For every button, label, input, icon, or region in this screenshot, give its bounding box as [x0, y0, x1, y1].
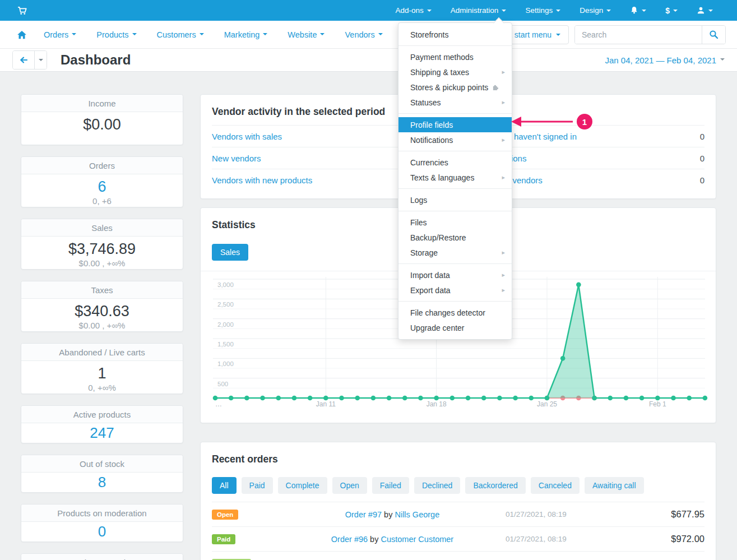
menu-item-storage[interactable]: Storage▸	[398, 245, 512, 260]
data-point[interactable]	[434, 396, 439, 401]
order-rows: OpenOrder #97 by Nills George01/27/2021,…	[212, 502, 704, 560]
data-point[interactable]	[671, 396, 676, 401]
data-point[interactable]	[687, 396, 692, 401]
data-point[interactable]	[387, 396, 392, 401]
menu-item-label: Export data	[410, 286, 451, 295]
menu-item-notifications[interactable]: Notifications▸	[398, 132, 512, 147]
menu-item-export-data[interactable]: Export data▸	[398, 283, 512, 298]
order-filter-paid[interactable]: Paid	[242, 477, 273, 494]
data-point[interactable]	[260, 396, 265, 401]
data-point[interactable]	[276, 396, 281, 401]
data-point[interactable]	[592, 396, 597, 401]
menu-item-logs[interactable]: Logs	[398, 192, 512, 207]
notifications-menu[interactable]	[620, 0, 656, 21]
data-point[interactable]	[229, 396, 234, 401]
user-icon	[697, 6, 705, 15]
order-link[interactable]: Order #96	[331, 535, 368, 544]
navbar-item-marketing[interactable]: Marketing	[224, 30, 268, 39]
order-filter-open[interactable]: Open	[332, 477, 367, 494]
menu-item-file-changes-detector[interactable]: File changes detector	[398, 305, 512, 320]
data-point[interactable]	[466, 396, 471, 401]
data-point[interactable]	[481, 396, 486, 401]
order-filter-failed[interactable]: Failed	[372, 477, 409, 494]
order-filter-backordered[interactable]: Backordered	[465, 477, 525, 494]
menu-item-shipping-taxes[interactable]: Shipping & taxes▸	[398, 64, 512, 80]
menu-item-files[interactable]: Files	[398, 215, 512, 230]
data-point[interactable]	[244, 396, 249, 401]
currency-menu[interactable]: $	[656, 0, 687, 21]
order-filter-canceled[interactable]: Canceled	[531, 477, 580, 494]
stat-card-title: Out of stock	[21, 455, 183, 473]
data-point[interactable]	[355, 396, 360, 401]
search-input[interactable]	[575, 26, 702, 44]
data-point[interactable]	[703, 396, 708, 401]
date-range-picker[interactable]: Jan 04, 2021 — Feb 04, 2021	[605, 55, 725, 65]
stat-card-value[interactable]: 6	[21, 178, 183, 195]
vendor-activity-link-vendors-with-new-products[interactable]: Vendors with new products	[212, 175, 312, 185]
data-point[interactable]	[339, 396, 344, 401]
topbar-menu-design[interactable]: Design	[570, 0, 620, 21]
navbar-item-customers[interactable]: Customers	[157, 30, 204, 39]
data-point[interactable]	[308, 396, 313, 401]
navbar-item-products[interactable]: Products	[96, 30, 136, 39]
menu-item-statuses[interactable]: Statuses▸	[398, 95, 512, 110]
topbar-menu-settings[interactable]: Settings	[516, 0, 570, 21]
data-point[interactable]	[655, 396, 660, 401]
navbar-item-website[interactable]: Website	[288, 30, 325, 39]
stat-card-value[interactable]: 247	[21, 423, 183, 443]
tab-sales[interactable]: Sales	[212, 244, 248, 261]
data-point[interactable]	[513, 396, 518, 401]
data-point[interactable]	[213, 396, 218, 401]
vendor-activity-link-new-vendors[interactable]: New vendors	[212, 154, 261, 163]
menu-item-storefronts[interactable]: Storefronts	[398, 27, 512, 42]
order-filter-awaiting-call[interactable]: Awaiting call	[585, 477, 644, 494]
stat-card-value[interactable]: 8	[21, 473, 183, 492]
topbar-menu-administration[interactable]: Administration	[441, 0, 516, 21]
stat-card-title: Products on moderation	[21, 505, 183, 522]
data-point[interactable]	[402, 396, 407, 401]
stat-card-value: 1	[21, 365, 183, 382]
navbar-item-vendors[interactable]: Vendors	[345, 30, 382, 39]
data-point[interactable]	[576, 283, 581, 288]
stat-card-value[interactable]: 0	[21, 522, 183, 542]
navbar-item-orders[interactable]: Orders	[44, 30, 76, 39]
menu-divider	[398, 188, 512, 189]
order-link[interactable]: Order #97	[345, 510, 382, 519]
data-point[interactable]	[529, 396, 534, 401]
order-filter-all[interactable]: All	[212, 477, 237, 494]
menu-item-backup-restore[interactable]: Backup/Restore	[398, 230, 512, 245]
data-point[interactable]	[371, 396, 376, 401]
home-icon[interactable]	[17, 30, 27, 39]
customer-link[interactable]: Nills George	[395, 510, 439, 519]
main-navbar: OrdersProductsCustomersMarketingWebsiteV…	[0, 21, 737, 49]
topbar-menu-add-ons[interactable]: Add-ons	[386, 0, 441, 21]
data-point[interactable]	[323, 396, 328, 401]
search-icon[interactable]	[702, 26, 725, 44]
back-history-dropdown[interactable]	[34, 51, 47, 69]
data-point[interactable]	[418, 396, 423, 401]
data-point[interactable]	[608, 396, 613, 401]
menu-item-import-data[interactable]: Import data▸	[398, 267, 512, 283]
vendor-activity-link-vendors-with-sales[interactable]: Vendors with sales	[212, 132, 282, 141]
customer-link[interactable]: Customer Customer	[381, 535, 453, 544]
menu-item-profile-fields[interactable]: Profile fields	[398, 117, 512, 132]
menu-item-upgrade-center[interactable]: Upgrade center	[398, 320, 512, 335]
data-point[interactable]	[545, 396, 550, 401]
menu-item-payment-methods[interactable]: Payment methods	[398, 49, 512, 64]
data-point[interactable]	[624, 396, 629, 401]
order-filter-complete[interactable]: Complete	[278, 477, 327, 494]
data-point[interactable]	[450, 396, 455, 401]
stat-card-body: 60, +6	[21, 174, 183, 207]
data-point[interactable]	[560, 356, 566, 361]
menu-item-currencies[interactable]: Currencies	[398, 155, 512, 170]
menu-item-stores-pickup-points[interactable]: Stores & pickup points	[398, 80, 512, 95]
menu-item-texts-languages[interactable]: Texts & languages▸	[398, 170, 512, 185]
order-filter-declined[interactable]: Declined	[414, 477, 460, 494]
user-menu[interactable]	[687, 0, 722, 21]
navbar-right: Quick start menu	[484, 25, 726, 44]
data-point[interactable]	[639, 396, 645, 401]
cart-icon[interactable]	[17, 6, 28, 15]
data-point[interactable]	[497, 396, 502, 401]
back-button[interactable]	[13, 51, 34, 69]
data-point[interactable]	[292, 396, 297, 401]
